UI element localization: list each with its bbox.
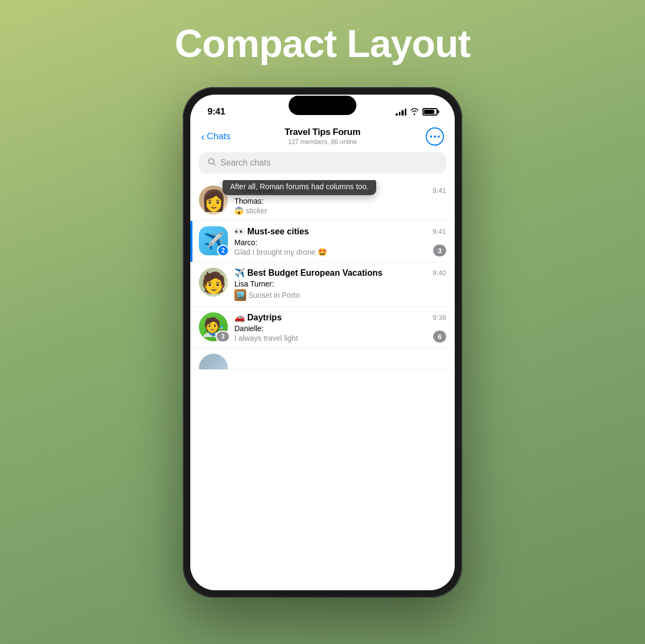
nav-title: Travel Tips Forum	[284, 127, 360, 138]
status-icons	[396, 108, 438, 117]
avatar-partial	[199, 354, 228, 370]
chat-item-daytrips[interactable]: 🧑‍🎨 3 🚗 Daytrips 9:38 Danielle:	[190, 307, 455, 348]
more-icon[interactable]	[426, 127, 444, 146]
chat-sender-daytrips: Danielle:	[234, 324, 298, 333]
unread-badge-must-see: 3	[433, 245, 446, 256]
nav-header: ‹ Chats Travel Tips Forum 137 members, 8…	[190, 125, 455, 152]
avatar-budget	[199, 268, 228, 297]
svg-point-2	[438, 135, 440, 138]
photo-thumb-icon: 🏙️	[234, 289, 246, 301]
chat-preview-daytrips: I always travel light	[234, 334, 298, 342]
svg-point-0	[430, 135, 432, 138]
chat-item-general[interactable]: # General 9:41 Thomas: 😱 sticker After a…	[190, 180, 455, 221]
wifi-icon	[410, 108, 419, 117]
search-icon	[207, 158, 216, 168]
active-indicator	[190, 221, 192, 262]
chat-row2-must-see: Marco: Glad I brought my drone 🤩 3	[234, 238, 446, 256]
signal-bars-icon	[396, 108, 406, 116]
chat-content-must-see: 👀 Must-see cities 9:41 Marco: Glad I bro…	[234, 226, 446, 256]
chat-content-daytrips: 🚗 Daytrips 9:38 Danielle: I always trave…	[234, 312, 446, 342]
battery-icon	[422, 108, 438, 116]
nav-center: Travel Tips Forum 137 members, 86 online	[249, 127, 396, 146]
chat-item-must-see[interactable]: ✈️ 2 👀 Must-see cities 9:41 Marco:	[190, 221, 455, 262]
chat-sender-general: Thomas:	[234, 197, 446, 205]
status-time: 9:41	[207, 106, 225, 117]
chat-preview-budget: 🏙️ Sunset in Porto	[234, 289, 446, 301]
chat-row1-must-see: 👀 Must-see cities 9:41	[234, 226, 446, 237]
chat-time-general: 9:41	[433, 187, 446, 195]
tooltip-general: After all, Roman forums had columns too.	[223, 180, 376, 195]
avatar-wrap-daytrips: 🧑‍🎨 3	[199, 312, 228, 341]
back-chevron-icon: ‹	[201, 131, 205, 142]
avatar-badge-must-see: 2	[217, 245, 229, 256]
chat-row1-budget: ✈️ Best Budget European Vacations 9:40	[234, 268, 446, 278]
chat-preview-must-see: Glad I brought my drone 🤩	[234, 248, 327, 256]
nav-more-button[interactable]	[396, 127, 444, 146]
avatar-wrap-must-see: ✈️ 2	[199, 226, 228, 255]
back-button[interactable]: ‹ Chats	[201, 131, 249, 142]
svg-point-1	[434, 135, 436, 138]
avatar-wrap-partial	[199, 354, 228, 370]
chat-name-must-see: 👀 Must-see cities	[234, 226, 309, 237]
dynamic-island	[289, 96, 356, 115]
chat-name-budget: ✈️ Best Budget European Vacations	[234, 268, 383, 278]
chat-name-daytrips: 🚗 Daytrips	[234, 312, 282, 323]
chat-item-budget[interactable]: ✈️ Best Budget European Vacations 9:40 L…	[190, 262, 455, 307]
chat-sender-must-see: Marco:	[234, 238, 327, 247]
avatar-badge-daytrips: 3	[216, 331, 230, 342]
chat-preview-general: 😱 sticker	[234, 206, 446, 215]
unread-badge-daytrips: 6	[433, 331, 446, 342]
chat-time-daytrips: 9:38	[433, 313, 446, 321]
chat-item-partial[interactable]	[190, 348, 455, 370]
phone-frame: 9:41 ‹ Cha	[183, 87, 462, 598]
avatar-wrap-budget	[199, 268, 228, 297]
chat-sender-budget: Lisa Turner:	[234, 280, 446, 288]
chat-list: # General 9:41 Thomas: 😱 sticker After a…	[190, 180, 455, 590]
nav-subtitle: 137 members, 86 online	[288, 138, 357, 146]
chat-row2-daytrips: Danielle: I always travel light 6	[234, 324, 446, 342]
chat-time-budget: 9:40	[433, 269, 446, 277]
phone-screen: 9:41 ‹ Cha	[190, 95, 455, 590]
search-bar[interactable]: Search chats	[199, 152, 446, 174]
chat-time-must-see: 9:41	[433, 227, 446, 235]
page-title: Compact Layout	[175, 22, 470, 66]
chat-row1-daytrips: 🚗 Daytrips 9:38	[234, 312, 446, 323]
chat-content-budget: ✈️ Best Budget European Vacations 9:40 L…	[234, 268, 446, 301]
back-label: Chats	[207, 131, 231, 142]
search-placeholder: Search chats	[220, 158, 270, 168]
